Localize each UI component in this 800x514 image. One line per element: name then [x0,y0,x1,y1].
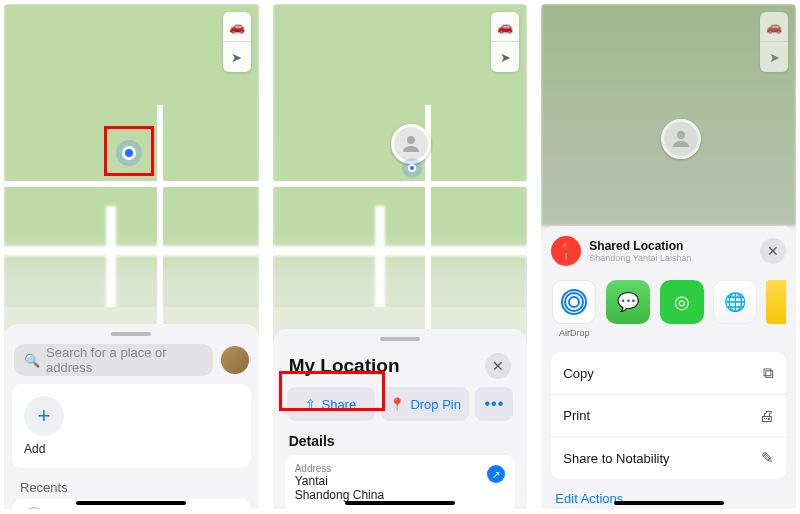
share-app-4[interactable]: 🌐 [712,280,758,338]
phone-screen-1: 🚗 ➤ 🔍 Search for a place or address + Ad… [4,4,259,509]
search-icon: 🔍 [24,353,40,368]
print-icon: 🖨 [759,407,774,424]
recent-title: Yantai Huari Foreign Language School (..… [56,508,236,509]
search-sheet: 🔍 Search for a place or address + Add Re… [4,324,259,509]
search-placeholder: Search for a place or address [46,345,203,375]
drop-pin-label: Drop Pin [410,397,461,412]
svg-point-3 [565,293,583,311]
close-button[interactable]: ✕ [760,238,786,264]
location-badge-icon: 📍 [551,236,581,266]
map-controls: 🚗 ➤ [760,12,788,72]
airdrop-icon [552,280,596,324]
search-input[interactable]: 🔍 Search for a place or address [14,344,213,376]
copy-icon: ⧉ [763,364,774,382]
share-app-3[interactable]: ◎ [659,280,705,338]
copy-action[interactable]: Copy ⧉ [551,352,786,395]
app4-icon: 🌐 [713,280,757,324]
share-actions: Copy ⧉ Print 🖨 Share to Notability ✎ [551,352,786,479]
map-controls: 🚗 ➤ [223,12,251,72]
highlight-box [104,126,154,176]
address-line1: Yantai [295,474,506,488]
share-app-airdrop[interactable]: AirDrop [551,280,597,338]
share-sheet: 📍 Shared Location Shandong Yantai Laisha… [541,226,796,509]
share-app-overflow[interactable] [766,280,786,338]
drop-pin-button[interactable]: 📍 Drop Pin [381,387,469,421]
home-indicator[interactable] [614,501,724,505]
details-header: Details [281,431,520,455]
sheet-grip[interactable] [111,332,151,336]
profile-avatar[interactable] [221,346,249,374]
share-app-wechat[interactable]: 💬 [605,280,651,338]
add-button[interactable]: + [24,396,64,436]
copy-label: Copy [563,366,593,381]
favorites-card: + Add [12,384,251,468]
wechat-icon: 💬 [606,280,650,324]
notability-action[interactable]: Share to Notability ✎ [551,437,786,479]
highlight-share [279,371,385,411]
address-label: Address [295,463,506,474]
driving-icon[interactable]: 🚗 [491,12,519,42]
print-label: Print [563,408,590,423]
locate-icon: ➤ [760,42,788,72]
notability-label: Share to Notability [563,451,669,466]
map-dimmed [541,4,796,226]
driving-icon: 🚗 [760,12,788,42]
dropped-pin-avatar[interactable] [391,124,431,164]
poi-icon [20,507,48,509]
locate-icon[interactable]: ➤ [491,42,519,72]
location-panel: My Location ✕ ⇧ Share 📍 Drop Pin ••• Det… [273,329,528,509]
more-button[interactable]: ••• [475,387,513,421]
shared-title: Shared Location [589,239,752,253]
locate-icon[interactable]: ➤ [223,42,251,72]
svg-point-1 [677,131,685,139]
phone-screen-2: 🚗 ➤ My Location ✕ ⇧ Share 📍 Drop Pin •••… [273,4,528,509]
pin-icon: 📍 [389,397,405,412]
close-button[interactable]: ✕ [485,353,511,379]
recents-header: Recents [12,476,251,499]
address-line2: Shandong China [295,488,506,502]
pencil-icon: ✎ [761,449,774,467]
home-indicator[interactable] [345,501,455,505]
print-action[interactable]: Print 🖨 [551,395,786,437]
svg-point-2 [569,297,579,307]
add-label: Add [24,442,239,456]
app3-icon: ◎ [660,280,704,324]
svg-point-0 [407,136,415,144]
current-location-dot [408,164,416,172]
app5-icon [766,280,786,324]
driving-icon[interactable]: 🚗 [223,12,251,42]
amap-link[interactable]: Amap [334,508,360,509]
map-controls: 🚗 ➤ [491,12,519,72]
shared-subtitle: Shandong Yantai Laishan [589,253,752,263]
airdrop-label: AirDrop [559,328,590,338]
phone-screen-3: 🚗 ➤ 📍 Shared Location Shandong Yantai La… [541,4,796,509]
home-indicator[interactable] [76,501,186,505]
share-app-row: AirDrop 💬 ◎ 🌐 [551,276,786,348]
sheet-grip[interactable] [380,337,420,341]
more-on-text: More on [295,508,334,509]
